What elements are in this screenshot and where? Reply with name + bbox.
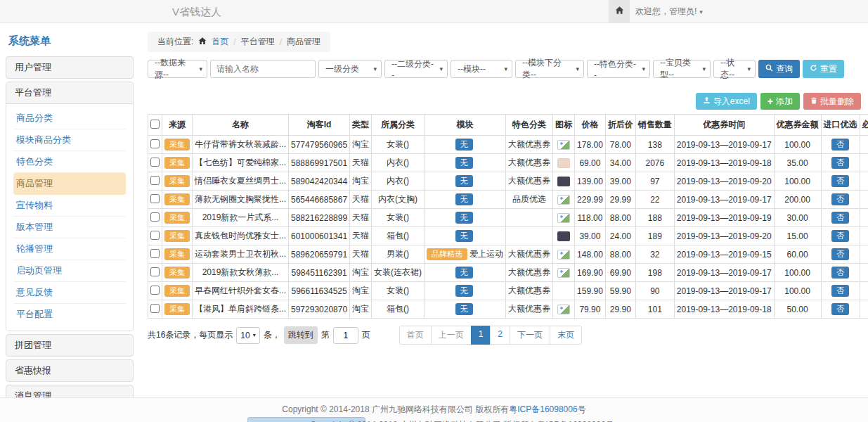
module-badge[interactable]: 无 bbox=[455, 139, 473, 151]
submenu-item-feedback[interactable]: 意见反馈 bbox=[13, 282, 126, 304]
pager-page-1[interactable]: 1 bbox=[471, 326, 491, 345]
pager-next[interactable]: 下一页 bbox=[510, 326, 550, 345]
goods-table: 来源 名称 淘客Id 类型 所属分类 模块 特色分类 图标 价格 折后价 销售数… bbox=[148, 114, 868, 319]
add-button[interactable]: + 添加 bbox=[760, 93, 800, 110]
per-page-select[interactable]: 10▾ bbox=[236, 327, 259, 344]
search-icon bbox=[765, 64, 773, 74]
breadcrumb-home-link[interactable]: 首页 bbox=[212, 36, 228, 48]
module-badge[interactable]: 无 bbox=[455, 157, 473, 170]
discount-price-cell: 88.00 bbox=[605, 209, 635, 227]
import-select-toggle[interactable]: 否 bbox=[831, 139, 849, 151]
row-checkbox[interactable] bbox=[150, 212, 160, 222]
category-cell: 男装() bbox=[372, 245, 425, 264]
select-all-checkbox[interactable] bbox=[150, 120, 160, 129]
row-checkbox[interactable] bbox=[150, 267, 160, 276]
pager-page-2[interactable]: 2 bbox=[490, 326, 510, 345]
search-button[interactable]: 查询 bbox=[758, 60, 800, 78]
feature-cell: 大额优惠券 bbox=[506, 154, 553, 172]
sidebar-item-group-buy[interactable]: 拼团管理 bbox=[6, 334, 134, 357]
submenu-item-goods-category[interactable]: 商品分类 bbox=[13, 108, 126, 129]
pager-last[interactable]: 末页 bbox=[550, 326, 582, 345]
col-feature: 特色分类 bbox=[506, 115, 553, 136]
submenu-item-platform-config[interactable]: 平台配置 bbox=[13, 304, 126, 325]
module-badge[interactable]: 品牌精选 bbox=[427, 248, 467, 261]
jump-button[interactable]: 跳转到 bbox=[284, 326, 318, 344]
pager-prev[interactable]: 上一页 bbox=[431, 326, 472, 345]
submenu-item-goods-management[interactable]: 商品管理 bbox=[13, 173, 126, 195]
module-badge[interactable]: 无 bbox=[455, 285, 473, 298]
breadcrumb-home-icon bbox=[198, 37, 207, 47]
feature-cell: 大额优惠券 bbox=[506, 300, 553, 319]
filter-status-select[interactable]: --状态--▾ bbox=[713, 60, 756, 78]
module-badge[interactable]: 无 bbox=[455, 303, 473, 316]
row-select-cell bbox=[148, 227, 162, 245]
row-checkbox[interactable] bbox=[150, 176, 160, 185]
row-select-cell bbox=[148, 282, 162, 300]
filter-source-select[interactable]: --数据来源--▾ bbox=[148, 60, 207, 78]
plus-icon: + bbox=[767, 96, 773, 106]
welcome-text: 欢迎您，管理员! bbox=[635, 6, 697, 16]
batch-delete-button[interactable]: 批量删除 bbox=[803, 93, 861, 110]
row-checkbox[interactable] bbox=[150, 304, 160, 313]
page-number-input[interactable] bbox=[333, 327, 358, 344]
name-search-input[interactable] bbox=[210, 60, 316, 78]
table-row: 采集 运动套装男士卫衣初秋... 589620659791 天猫 男装() 品牌… bbox=[148, 245, 868, 264]
row-checkbox[interactable] bbox=[150, 286, 160, 295]
caret-down-icon: ▾ bbox=[576, 65, 579, 72]
filter-module-sub-select[interactable]: --模块下分类--▾ bbox=[515, 60, 584, 78]
product-thumbnail bbox=[557, 231, 570, 241]
row-checkbox[interactable] bbox=[150, 231, 160, 240]
submenu-item-feature-category[interactable]: 特色分类 bbox=[13, 151, 126, 173]
user-menu[interactable]: 欢迎您，管理员!▾ bbox=[635, 0, 703, 24]
product-thumbnail bbox=[557, 213, 570, 223]
submenu-item-carousel-management[interactable]: 轮播管理 bbox=[13, 238, 126, 260]
coupon-amount-cell: 60.00 bbox=[774, 245, 821, 264]
sidebar-item-platform-management[interactable]: 平台管理 bbox=[6, 82, 133, 104]
taoke-id-cell: 601000601341 bbox=[289, 227, 350, 245]
module-badge[interactable]: 无 bbox=[455, 175, 473, 188]
import-select-toggle[interactable]: 否 bbox=[831, 212, 849, 224]
import-select-cell: 否 bbox=[821, 191, 860, 209]
import-select-toggle[interactable]: 否 bbox=[831, 285, 849, 298]
reset-button[interactable]: 重置 bbox=[803, 60, 844, 78]
submenu-item-version-management[interactable]: 版本管理 bbox=[13, 217, 126, 238]
coupon-time-cell: 2019-09-13—2019-09-15 bbox=[674, 245, 774, 264]
price-cell: 118.00 bbox=[575, 209, 606, 227]
col-sales: 销售数量 bbox=[635, 115, 674, 136]
filter-module-select[interactable]: --模块--▾ bbox=[451, 60, 512, 78]
sidebar-item-saving-news[interactable]: 省惠快报 bbox=[6, 359, 134, 382]
import-select-toggle[interactable]: 否 bbox=[831, 303, 849, 316]
import-select-toggle[interactable]: 否 bbox=[831, 248, 849, 261]
submenu-item-splash-management[interactable]: 启动页管理 bbox=[13, 260, 126, 282]
taoke-id-cell: 589042420344 bbox=[289, 172, 350, 191]
filter-feature-select[interactable]: --特色分类--▾ bbox=[587, 60, 650, 78]
module-badge[interactable]: 无 bbox=[455, 230, 473, 243]
submenu-item-promo-material[interactable]: 宣传物料 bbox=[13, 195, 126, 217]
import-select-toggle[interactable]: 否 bbox=[831, 267, 849, 279]
import-select-cell: 否 bbox=[821, 209, 860, 227]
submenu-item-module-goods-category[interactable]: 模块商品分类 bbox=[13, 129, 126, 151]
import-excel-button[interactable]: 导入excel bbox=[696, 93, 757, 110]
feature-cell bbox=[506, 209, 553, 227]
icp-link[interactable]: 粤ICP备16098006号 bbox=[509, 404, 585, 414]
import-select-toggle[interactable]: 否 bbox=[831, 157, 849, 170]
pager-first[interactable]: 首页 bbox=[399, 326, 432, 345]
import-select-toggle[interactable]: 否 bbox=[831, 230, 849, 243]
filter-category2-select[interactable]: --二级分类--▾ bbox=[384, 60, 448, 78]
sales-cell: 32 bbox=[635, 245, 674, 264]
navbar-home-button[interactable] bbox=[609, 0, 630, 23]
filter-item-type-select[interactable]: --宝贝类型--▾ bbox=[653, 60, 711, 78]
row-checkbox[interactable] bbox=[150, 158, 160, 167]
module-badge[interactable]: 无 bbox=[455, 267, 473, 279]
row-checkbox[interactable] bbox=[150, 249, 160, 258]
module-badge[interactable]: 无 bbox=[455, 193, 473, 206]
sidebar-item-user-management[interactable]: 用户管理 bbox=[6, 56, 134, 79]
module-badge[interactable]: 无 bbox=[455, 212, 473, 224]
row-checkbox[interactable] bbox=[150, 139, 160, 148]
row-checkbox[interactable] bbox=[150, 194, 160, 203]
import-select-toggle[interactable]: 否 bbox=[831, 175, 849, 188]
discount-price-cell: 29.99 bbox=[605, 191, 635, 209]
import-select-toggle[interactable]: 否 bbox=[831, 193, 849, 206]
coupon-time-cell: 2019-09-13—2019-09-17 bbox=[674, 264, 774, 282]
filter-category1-select[interactable]: 一级分类▾ bbox=[318, 60, 382, 78]
